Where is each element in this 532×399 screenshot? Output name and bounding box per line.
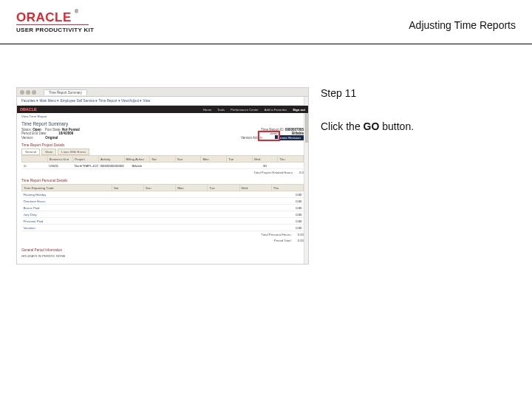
instruction-bold: GO [364,120,380,132]
table-row[interactable]: ☑ US001 North*EMPL-022005 00000000000000… [22,163,304,169]
tab-errors[interactable]: Lines With Errors [58,149,89,155]
td: Billable [124,163,150,169]
td: 0.00 [271,205,303,211]
upk-subtitle: USER PRODUCTIVITY KIT [16,27,94,33]
th: Tue [208,185,239,191]
table-row: Floating Holiday0.00 [22,191,304,198]
total-personal-value: 0.00 [298,233,304,236]
th: Thu [271,185,303,191]
th: Sat [112,185,143,191]
instruction-panel: Step 11 Click the GO button. [321,87,516,133]
app-brandbar: ORACLE Home Tools Performance Center Add… [17,106,308,113]
td: 0.00 [271,211,303,218]
th: Time Reporting Code [22,185,112,191]
browser-tab[interactable]: Time Report Summary [44,89,87,95]
th: Project [73,156,99,163]
td [150,163,176,169]
instruction-before: Click the [321,120,364,132]
trc-link[interactable]: Floating Holiday [22,191,112,198]
details-tabs: General State Lines With Errors [21,149,304,155]
table-row: Jury Duty0.00 [22,211,304,218]
td: 0.00 [271,191,303,198]
table-row: Overtime Hours0.00 [22,198,304,205]
th: Activity [98,156,124,163]
trc-link[interactable]: Jury Duty [22,211,112,218]
project-table: Business Unit Project Activity Billing A… [21,155,304,169]
row-checkbox[interactable]: ☑ [22,163,48,169]
nav-tools[interactable]: Tools [217,108,225,112]
go-button[interactable] [258,131,280,141]
app-logo: ORACLE [20,107,37,112]
breadcrumb[interactable]: View Time Report [21,113,304,120]
total-project-label: Total Project Related Hours: [254,171,294,174]
period-total-label: Period Total: [274,239,292,242]
period-value: 10/4/2009 [58,132,73,135]
th: Wed [252,156,278,163]
page-title: Adjusting Time Reports [409,19,516,31]
holidays-line: HOLIDAYS IN PERIOD: NONE [21,253,304,258]
total-project-value: 0.0 [299,171,304,174]
table-row: Personal Paid0.00 [22,218,304,225]
window-control-icon [26,90,30,95]
th: Wed [239,185,271,191]
td: North*EMPL-022005 [73,163,99,169]
th: Tue [227,156,253,163]
instruction-text: Click the GO button. [321,120,516,133]
td [175,163,201,169]
version-value: Original [45,136,58,140]
th: Sun [144,185,176,191]
th: Mon [201,156,227,163]
td: 0.00 [271,198,303,205]
period-label: Period End Date: [21,132,47,135]
td [201,163,227,169]
nav-home[interactable]: Home [203,108,211,112]
window-control-icon [20,90,24,95]
oracle-wordmark: ORACLE [16,10,72,25]
trc-link[interactable]: Bonus Paid [22,205,112,211]
td [278,163,304,169]
th: Sun [175,156,201,163]
total-personal-label: Total Personal Hours: [262,233,292,236]
brand-logo: ORACLE [16,10,72,25]
personal-table: Time Reporting Code Sat Sun Mon Tue Wed … [21,184,304,231]
nav-fav[interactable]: Add to Favorites [265,108,287,112]
table-row: Bonus Paid0.00 [22,205,304,211]
top-menu[interactable]: Favorites ▾ Main Menu ▾ Employee Self Se… [21,97,304,106]
app-nav: Home Tools Performance Center Add to Fav… [203,108,305,112]
nav-perf[interactable]: Performance Center [231,108,259,112]
step-label: Step 11 [321,87,516,99]
th: Sat [150,156,176,163]
instruction-after: button. [379,120,414,132]
td: US001 [47,163,73,169]
th [22,156,48,163]
table-header-row: Business Unit Project Activity Billing A… [22,156,304,163]
app-screenshot: Time Report Summary Favorites ▾ Main Men… [16,87,309,265]
version-label: Version: [21,136,33,140]
period-total-value: 0.00 [298,239,304,242]
trc-link[interactable]: Vacation [22,225,112,231]
td: 0.00 [271,218,303,225]
nav-signout[interactable]: Sign out [293,108,305,112]
topbar: ORACLE USER PRODUCTIVITY KIT Adjusting T… [0,0,532,44]
th: Mon [176,185,208,191]
th: Thu [278,156,304,163]
td [227,163,253,169]
page-heading: Time Report Summary [21,120,304,128]
table-row: Vacation0.00 [22,225,304,231]
trc-link[interactable]: Overtime Hours [22,198,112,205]
tab-state[interactable]: State [41,149,56,155]
window-control-icon [32,90,36,95]
section-project-details: Time Report Project Details [21,140,304,149]
browser-chrome: Time Report Summary [17,88,308,97]
td: 30 [252,163,278,169]
th: Business Unit [47,156,73,163]
tab-general[interactable]: General [21,149,40,155]
th: Billing Action [124,156,150,163]
table-header-row: Time Reporting Code Sat Sun Mon Tue Wed … [22,185,304,191]
general-period-info: General Period Information [21,244,304,253]
trc-link[interactable]: Personal Paid [22,218,112,225]
td: 000000000000001 [98,163,124,169]
td: 0.00 [271,225,303,231]
section-personal-details: Time Report Personal Details [21,176,304,184]
